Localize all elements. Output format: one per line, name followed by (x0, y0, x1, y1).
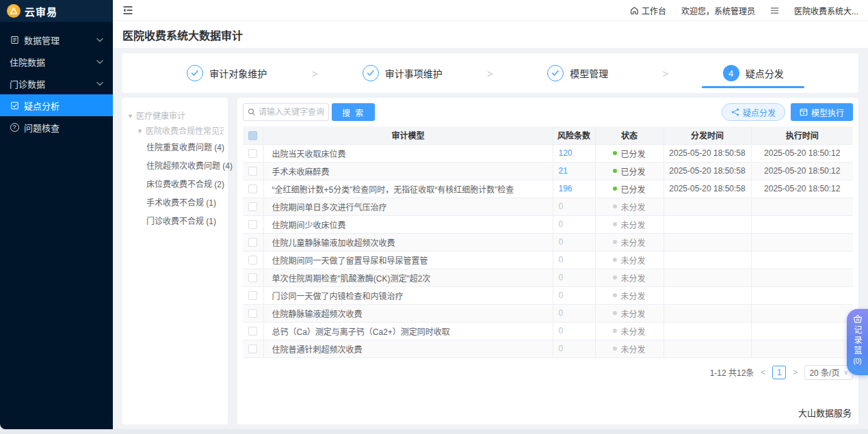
tree-node-group[interactable]: ▼ 医院收费合规性常见违规… (127, 124, 224, 139)
menu-icon (770, 7, 779, 14)
sidebar-item-outpatient-data[interactable]: 门诊数据 (0, 72, 113, 94)
step-audit-item[interactable]: 审计事项维护 (317, 53, 487, 93)
step-label: 审计事项维护 (385, 66, 443, 80)
cell-risk-count: 0 (553, 198, 595, 215)
row-checkbox[interactable] (248, 167, 257, 176)
header-risk-count: 风险条数 (553, 126, 595, 144)
table-row: 单次住院周期检查"肌酸激酶(CK)测定"超2次0未分发 (243, 269, 853, 286)
cell-dispatch-time (663, 269, 751, 286)
row-checkbox[interactable] (248, 149, 257, 158)
row-checkbox-cell (243, 162, 263, 180)
status-dot-icon (613, 347, 617, 351)
cell-dispatch-time (663, 340, 751, 357)
tree-leaf-item[interactable]: 门诊收费不合规 (1) (127, 213, 224, 231)
row-checkbox[interactable] (248, 256, 257, 265)
sidebar-item-label: 问题核查 (24, 121, 60, 134)
row-checkbox[interactable] (248, 327, 257, 336)
system-switcher[interactable] (770, 7, 779, 14)
distribute-button[interactable]: 疑点分发 (722, 103, 785, 121)
cell-status: 未分发 (595, 269, 663, 286)
risk-count-link[interactable]: 120 (559, 148, 573, 158)
search-input[interactable] (259, 107, 324, 117)
cell-status: 未分发 (595, 304, 663, 322)
sidebar-item-doubt-analysis[interactable]: 疑点分析 (0, 94, 113, 116)
question-icon: ? (10, 122, 19, 132)
risk-count-value: 0 (559, 290, 564, 300)
status-dot-icon (613, 311, 617, 315)
page-number-button[interactable]: 1 (772, 366, 786, 379)
cell-audit-model: 住院期间少收床位费 (263, 215, 553, 233)
cell-risk-count: 0 (553, 251, 595, 269)
row-checkbox-cell (243, 340, 263, 357)
pagination-total: 1-12 共12条 (710, 366, 754, 378)
record-basket-button[interactable]: 记录篮 (0) (847, 309, 868, 375)
table-header-row: 审计模型 风险条数 状态 分发时间 执行时间 (243, 126, 853, 144)
home-icon (630, 6, 639, 15)
workbench-link[interactable]: 工作台 (630, 5, 666, 16)
sidebar-item-label: 数据管理 (24, 33, 60, 46)
model-table-panel: 搜 索 疑点分发 模型执行 (237, 98, 858, 424)
row-checkbox-cell (243, 215, 263, 233)
tree-leaf-item[interactable]: 住院重复收费问题 (4) (127, 139, 224, 157)
cell-audit-model: 住院静脉输液超频次收费 (263, 304, 553, 322)
logo-icon (7, 4, 21, 18)
status-dot-icon (613, 204, 617, 208)
sidebar-item-data-management[interactable]: 数据管理 (0, 29, 113, 51)
app-title: 云审易 (25, 4, 57, 18)
menu-fold-icon[interactable] (122, 5, 133, 15)
title-bar: 医院收费系统大数据审计 (113, 21, 868, 48)
row-checkbox[interactable] (248, 309, 257, 318)
status-dot-icon (613, 169, 617, 173)
row-checkbox[interactable] (248, 185, 257, 193)
status-dot-icon (613, 222, 617, 226)
row-checkbox[interactable] (248, 273, 257, 282)
system-name[interactable]: 医院收费系统大... (794, 5, 858, 16)
risk-count-value: 0 (559, 344, 564, 353)
row-checkbox[interactable] (248, 344, 257, 353)
risk-count-value: 0 (559, 326, 564, 336)
status-dot-icon (613, 275, 617, 280)
risk-count-link[interactable]: 196 (559, 184, 573, 193)
cell-exec-time (751, 215, 853, 233)
cell-dispatch-time (663, 322, 751, 340)
next-page-button[interactable]: > (793, 368, 798, 377)
risk-count-link[interactable]: 21 (559, 166, 568, 176)
step-doubt-distribution[interactable]: 4疑点分发 (668, 53, 838, 93)
tree-leaf-item[interactable]: 床位费收费不合规 (2) (127, 176, 224, 194)
row-checkbox[interactable] (248, 291, 257, 300)
steps-bar: 审计对象维护>审计事项维护>模型管理>4疑点分发 (122, 53, 858, 93)
row-checkbox-cell (243, 304, 263, 322)
caret-down-icon: ▼ (127, 109, 133, 124)
table-row: 出院当天收取床位费120已分发2025-05-20 18:50:582025-0… (243, 144, 853, 162)
table-toolbar: 搜 索 疑点分发 模型执行 (243, 103, 853, 121)
audit-model-table: 审计模型 风险条数 状态 分发时间 执行时间 出院当天收取床位费120已分发20… (243, 126, 853, 358)
cell-audit-model: “全红细胞计数+5分类”检查同时，无指征收取“有核红细胞计数”检查 (263, 180, 553, 198)
tree-node-root[interactable]: ▼ 医疗健康审计 (127, 109, 224, 124)
tree-node-label: 医疗健康审计 (136, 109, 185, 124)
tree-leaf-item[interactable]: 手术收费不合规 (1) (127, 194, 224, 213)
row-checkbox[interactable] (248, 238, 257, 247)
row-checkbox[interactable] (248, 220, 257, 229)
page-size-select[interactable]: 20 条/页 ∨ (804, 365, 853, 380)
basket-count: (0) (853, 357, 861, 365)
share-icon (731, 108, 739, 116)
cell-risk-count: 0 (553, 269, 595, 286)
cell-exec-time (751, 251, 853, 269)
cell-status: 未分发 (595, 322, 663, 340)
step-model-management[interactable]: 模型管理 (493, 53, 663, 93)
status-badge: 未分发 (620, 272, 645, 284)
app-logo[interactable]: 云审易 (0, 0, 113, 22)
search-button[interactable]: 搜 索 (332, 103, 375, 121)
prev-page-button[interactable]: < (761, 368, 765, 377)
select-all-checkbox[interactable] (248, 131, 257, 140)
status-dot-icon (613, 329, 617, 333)
sidebar-item-inpatient-data[interactable]: 住院数据 (0, 51, 113, 72)
cell-status: 已分发 (595, 162, 663, 180)
sidebar-item-issue-check[interactable]: ?问题核查 (0, 116, 113, 138)
execute-button[interactable]: 模型执行 (791, 103, 853, 121)
step-audit-object[interactable]: 审计对象维护 (142, 53, 312, 93)
row-checkbox[interactable] (248, 202, 257, 211)
analysis-icon (10, 100, 19, 110)
status-badge: 已分发 (620, 183, 645, 195)
tree-leaf-item[interactable]: 住院超频次收费问题 (4) (127, 157, 224, 176)
